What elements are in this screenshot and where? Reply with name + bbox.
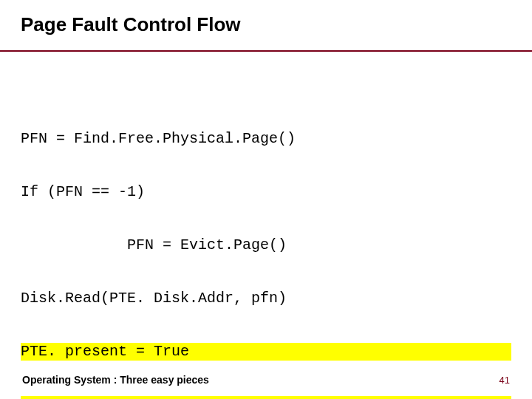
code-line-3: PFN = Evict.Page() (21, 236, 511, 254)
slide: Page Fault Control Flow PFN = Find.Free.… (0, 0, 532, 399)
code-line-6-highlight: PTE. PFN = PFN (21, 396, 511, 399)
code-line-4: Disk.Read(PTE. Disk.Addr, pfn) (21, 290, 511, 307)
page-number: 41 (499, 375, 510, 386)
footer-text: Operating System : Three easy pieces (22, 374, 209, 386)
slide-title: Page Fault Control Flow (21, 13, 241, 36)
code-line-1: PFN = Find.Free.Physical.Page() (21, 130, 511, 148)
code-block: PFN = Find.Free.Physical.Page() If (PFN … (21, 95, 511, 399)
divider-line (0, 50, 532, 52)
code-line-5-highlight: PTE. present = True (21, 343, 511, 361)
code-line-2: If (PFN == -1) (21, 183, 511, 201)
